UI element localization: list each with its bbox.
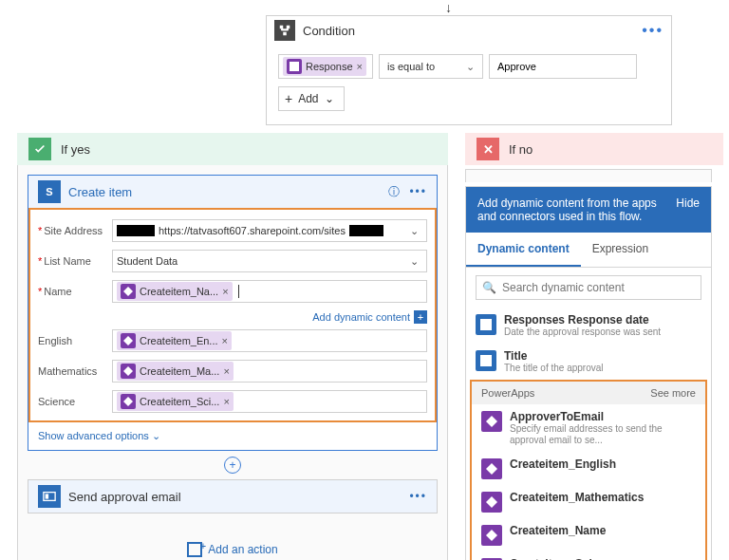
powerapps-token-icon <box>481 411 502 432</box>
add-dynamic-content-link[interactable]: Add dynamic content+ <box>38 310 427 324</box>
condition-card: Condition ••• Response × is equal to ⌄ <box>266 15 672 125</box>
insert-step-button[interactable]: + <box>28 451 438 479</box>
svg-marker-11 <box>486 496 497 508</box>
condition-icon <box>274 20 295 41</box>
dynamic-group-powerapps: PowerApps See more <box>472 382 705 404</box>
dynamic-item[interactable]: Createitem_English <box>472 452 705 485</box>
science-input[interactable]: Createitem_Sci...× <box>112 390 427 413</box>
info-icon[interactable]: ⓘ <box>388 184 400 200</box>
remove-token-icon[interactable]: × <box>222 335 228 346</box>
see-more-link[interactable]: See more <box>650 387 696 399</box>
tab-dynamic-content[interactable]: Dynamic content <box>466 233 581 267</box>
svg-rect-8 <box>480 355 492 366</box>
svg-marker-4 <box>123 397 133 406</box>
powerapps-token-icon <box>481 492 502 513</box>
svg-marker-10 <box>486 463 497 475</box>
send-approval-card[interactable]: Send approval email ••• <box>28 479 438 513</box>
name-label: Name <box>38 286 112 297</box>
list-name-select[interactable]: Student Data ⌄ <box>112 250 427 272</box>
dynamic-item[interactable]: TitleThe title of the approval <box>466 344 711 380</box>
remove-token-icon[interactable]: × <box>357 61 363 72</box>
condition-title: Condition <box>303 24 355 38</box>
svg-marker-9 <box>486 416 497 427</box>
math-input[interactable]: Createitem_Ma...× <box>112 360 427 383</box>
dynamic-item[interactable]: Responses Response dateDate the approval… <box>466 308 711 344</box>
english-input[interactable]: Createitem_En...× <box>112 329 427 352</box>
remove-token-icon[interactable]: × <box>223 396 229 407</box>
chevron-down-icon: ⌄ <box>466 61 475 73</box>
remove-token-icon[interactable]: × <box>222 286 228 297</box>
token-icon <box>287 59 302 74</box>
chevron-down-icon: ⌄ <box>325 92 334 105</box>
powerapps-token-icon <box>121 333 136 348</box>
sharepoint-icon: S <box>38 180 61 203</box>
svg-rect-7 <box>480 319 492 330</box>
math-label: Mathematics <box>38 365 112 377</box>
name-input[interactable]: Createitem_Na...× <box>112 280 427 303</box>
chevron-down-icon: ⌄ <box>152 430 160 441</box>
dynamic-item[interactable]: Createitem_Name <box>472 518 705 551</box>
dynamic-item[interactable]: Createitem_Mathematics <box>472 485 705 518</box>
approval-token-icon <box>476 350 496 371</box>
site-address-select[interactable]: https://tatvasoft607.sharepoint.com/site… <box>112 219 427 242</box>
create-item-menu-button[interactable]: ••• <box>409 185 427 198</box>
chevron-down-icon: ⌄ <box>410 255 422 268</box>
svg-rect-6 <box>46 494 49 498</box>
flow-arrow-icon: ↓ <box>445 0 452 15</box>
dynamic-content-panel: Add dynamic content from the apps and co… <box>465 186 712 560</box>
svg-marker-3 <box>123 366 133 376</box>
dynamic-item[interactable]: ApproverToEmailSpecify email addresses t… <box>472 404 705 452</box>
add-action-button[interactable]: Add an action <box>187 542 277 557</box>
svg-marker-2 <box>123 336 133 345</box>
remove-token-icon[interactable]: × <box>223 365 229 377</box>
tab-expression[interactable]: Expression <box>581 233 660 267</box>
if-no-header: ✕ If no <box>465 133 723 165</box>
send-approval-title: Send approval email <box>68 490 181 504</box>
powerapps-token-icon <box>121 394 136 409</box>
add-action-icon <box>187 542 202 557</box>
search-icon: 🔍 <box>482 281 496 294</box>
chevron-down-icon: ⌄ <box>410 225 422 237</box>
svg-marker-12 <box>486 530 497 541</box>
site-address-label: Site Address <box>38 225 112 236</box>
create-item-card: S Create item ⓘ ••• Site Address https:/… <box>28 175 438 451</box>
condition-value-input[interactable] <box>489 54 637 79</box>
powerapps-token-icon <box>481 525 502 546</box>
dynamic-panel-banner: Add dynamic content from the apps and co… <box>477 196 668 223</box>
svg-marker-1 <box>123 287 133 296</box>
approval-token-icon <box>476 314 496 335</box>
powerapps-token-icon <box>481 458 502 479</box>
list-name-label: List Name <box>38 255 112 267</box>
dynamic-search-input[interactable]: 🔍 Search dynamic content <box>476 275 701 300</box>
science-label: Science <box>38 396 112 407</box>
condition-add-button[interactable]: + Add ⌄ <box>278 86 345 111</box>
condition-menu-button[interactable]: ••• <box>642 22 664 39</box>
show-advanced-options-link[interactable]: Show advanced options ⌄ <box>28 422 437 450</box>
send-approval-menu-button[interactable]: ••• <box>409 490 427 503</box>
close-icon: ✕ <box>477 138 499 160</box>
hide-panel-button[interactable]: Hide <box>676 196 700 223</box>
powerapps-token-icon <box>121 284 136 299</box>
if-yes-header: If yes <box>17 133 448 165</box>
create-item-title: Create item <box>68 185 132 199</box>
powerapps-token-icon <box>121 364 136 379</box>
condition-operator-select[interactable]: is equal to ⌄ <box>379 54 483 79</box>
condition-left-operand[interactable]: Response × <box>278 54 373 79</box>
condition-token-label: Response <box>306 61 353 72</box>
check-icon <box>28 138 51 160</box>
svg-rect-0 <box>290 62 299 71</box>
dynamic-item[interactable]: Createitem_Science <box>472 551 705 560</box>
english-label: English <box>38 335 112 346</box>
outlook-icon <box>38 485 61 508</box>
